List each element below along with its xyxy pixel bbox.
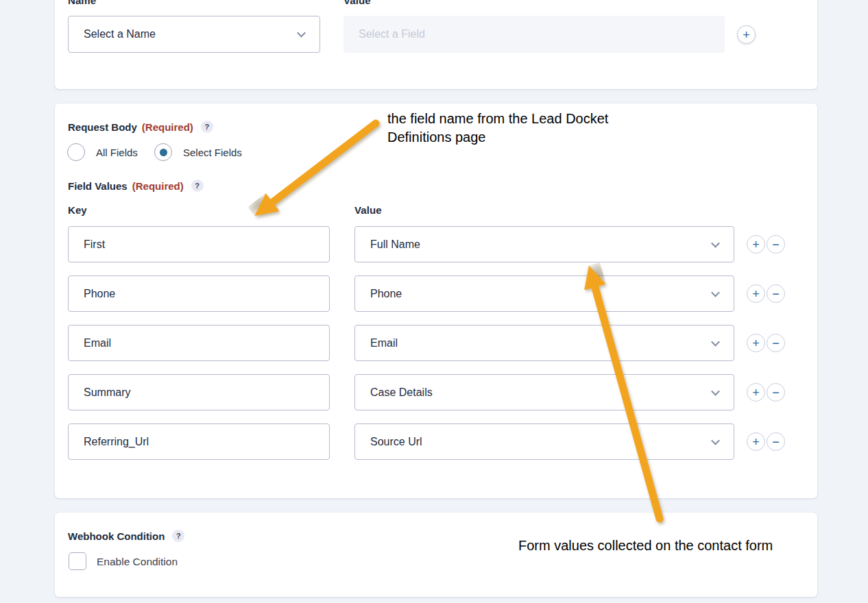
field-value-row: Full Name + − (55, 226, 817, 262)
annotation-text-key: the field name from the Lead Docket Defi… (387, 110, 675, 147)
radio-all-fields[interactable] (67, 143, 85, 161)
webhook-settings-page: Name Select a Name Value + Request Body … (0, 0, 868, 603)
chevron-down-icon (711, 337, 720, 346)
value-select-text: Email (370, 337, 398, 349)
key-input[interactable] (68, 226, 330, 262)
value-column-label: Value (343, 0, 371, 6)
key-input[interactable] (68, 423, 330, 460)
value-select[interactable]: Source Url (354, 423, 734, 460)
chevron-down-icon (711, 386, 720, 395)
value-select[interactable]: Email (354, 325, 734, 361)
key-input[interactable] (68, 325, 330, 361)
remove-row-button[interactable]: − (767, 334, 785, 352)
field-value-row: Source Url + − (55, 423, 817, 460)
remove-row-button[interactable]: − (767, 284, 785, 303)
request-body-label-row: Request Body (Required) ? (68, 121, 213, 133)
add-row-button[interactable]: + (747, 235, 765, 254)
value-select-text: Full Name (370, 238, 420, 251)
field-value-row: Email + − (55, 325, 817, 361)
webhook-condition-label-row: Webhook Condition ? (68, 530, 184, 542)
radio-all-fields-label[interactable]: All Fields (96, 147, 138, 158)
add-row-button[interactable]: + (747, 383, 765, 402)
webhook-condition-help-icon[interactable]: ? (172, 530, 184, 542)
add-header-row-button[interactable]: + (737, 25, 756, 44)
key-input[interactable] (68, 275, 330, 312)
key-input[interactable] (68, 374, 330, 410)
field-value-row: Phone + − (55, 275, 817, 312)
value-select[interactable]: Full Name (354, 226, 734, 262)
value-select[interactable]: Phone (354, 275, 734, 312)
chevron-down-icon (711, 288, 720, 297)
remove-row-button[interactable]: − (767, 383, 785, 402)
field-values-label: Field Values (68, 180, 128, 192)
webhook-condition-label: Webhook Condition (68, 530, 165, 542)
value-column-header: Value (354, 204, 382, 216)
add-row-button[interactable]: + (747, 284, 765, 303)
value-select[interactable]: Case Details (354, 374, 734, 410)
value-select-text: Source Url (370, 436, 422, 448)
key-column-header: Key (68, 204, 87, 216)
name-column-label: Name (68, 0, 96, 6)
field-values-required-tag: (Required) (132, 180, 184, 192)
field-value-row: Case Details + − (55, 374, 817, 410)
header-mapping-card: Name Select a Name Value + (55, 0, 817, 89)
remove-row-button[interactable]: − (767, 432, 785, 451)
name-select-value: Select a Name (84, 28, 156, 40)
name-select[interactable]: Select a Name (68, 16, 320, 53)
annotation-text-value: Form values collected on the contact for… (518, 537, 773, 555)
radio-select-fields-label[interactable]: Select Fields (183, 147, 242, 158)
field-values-label-row: Field Values (Required) ? (68, 180, 204, 192)
value-field-disabled-input (343, 16, 725, 53)
radio-select-fields[interactable] (154, 143, 172, 161)
field-values-help-icon[interactable]: ? (191, 180, 204, 192)
request-body-help-icon[interactable]: ? (201, 121, 213, 133)
enable-condition-label[interactable]: Enable Condition (97, 556, 178, 568)
chevron-down-icon (297, 29, 306, 38)
add-row-button[interactable]: + (747, 432, 765, 451)
radio-dot (73, 149, 80, 156)
enable-condition-checkbox[interactable] (69, 552, 86, 570)
remove-row-button[interactable]: − (767, 235, 785, 254)
request-body-card: Request Body (Required) ? All Fields Sel… (55, 103, 817, 498)
value-select-text: Phone (370, 288, 402, 300)
value-select-text: Case Details (370, 386, 433, 399)
chevron-down-icon (711, 436, 720, 445)
request-body-label: Request Body (68, 121, 137, 133)
radio-dot-selected (160, 149, 167, 156)
chevron-down-icon (711, 238, 720, 247)
add-row-button[interactable]: + (747, 334, 765, 352)
request-body-required-tag: (Required) (142, 121, 193, 133)
